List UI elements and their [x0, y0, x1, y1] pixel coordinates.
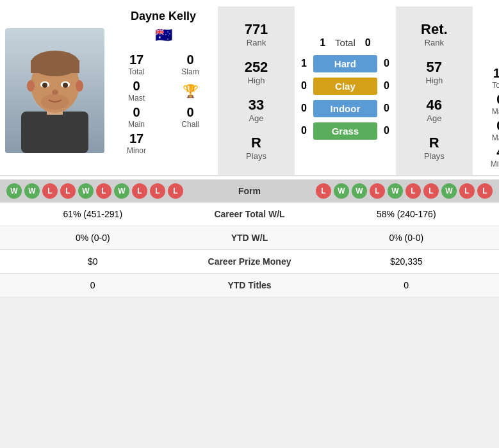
- form-badge: L: [132, 183, 147, 199]
- player1-high-label: High: [245, 76, 268, 85]
- player1-ytd-wl: 0% (0-0): [0, 233, 186, 243]
- player1-total-cell: 17 Total: [112, 53, 161, 76]
- player1-form-badges: WWLLWLWLLL: [6, 183, 199, 199]
- player1-chall-label: Chall: [166, 120, 215, 129]
- form-badge: L: [96, 183, 111, 199]
- player2-rank-stat: Ret. Rank: [421, 21, 448, 47]
- form-badge: W: [6, 183, 22, 199]
- grass-left: 0: [301, 125, 307, 137]
- player2-rank-label: Rank: [421, 38, 448, 47]
- hard-row: 1 Hard 0: [301, 55, 389, 72]
- ytd-titles-label: YTD Titles: [186, 280, 314, 290]
- player2-high-value: 57: [425, 59, 443, 76]
- bottom-section: WWLLWLWLLL Form LWWLWLLWLL 61% (451-291)…: [0, 179, 499, 297]
- form-badge: W: [114, 183, 129, 199]
- top-section: Dayne Kelly 🇦🇺 17 Total 0 Slam 0 Mast 🏆: [0, 0, 499, 176]
- form-badge: L: [60, 183, 76, 199]
- indoor-right: 0: [384, 103, 389, 114]
- player1-prize: $0: [0, 256, 186, 267]
- player1-age-stat: 33 Age: [249, 97, 264, 123]
- player2-total-label: Total: [476, 81, 499, 90]
- player1-photo: [5, 28, 104, 153]
- player2-prize: $20,335: [314, 256, 500, 267]
- form-badge: W: [388, 183, 403, 199]
- player2-total-cell: 12 Total: [476, 66, 499, 90]
- player1-rank-value: 771: [245, 21, 268, 38]
- player2-minor-cell: 4 Minor: [476, 145, 499, 169]
- player1-high-value: 252: [245, 59, 268, 76]
- main-container: Dayne Kelly 🇦🇺 17 Total 0 Slam 0 Mast 🏆: [0, 0, 499, 297]
- player2-plays-stat: R Plays: [424, 135, 445, 161]
- total-row: 1 Total 0: [320, 37, 371, 49]
- player2-info: Vladimir Voltchkov 🇧🇾 12 Total 0 Slam 0 …: [473, 6, 499, 175]
- clay-left: 0: [301, 80, 307, 92]
- form-label: Form: [199, 186, 301, 196]
- player2-ytd-wl: 0% (0-0): [314, 233, 500, 243]
- form-badge: L: [477, 183, 493, 199]
- player2-age-label: Age: [427, 113, 442, 123]
- form-badge: W: [78, 183, 94, 199]
- clay-right: 0: [384, 80, 389, 92]
- player2-plays-label: Plays: [424, 151, 445, 161]
- player2-mid-stats: Ret. Rank 57 High 46 Age R Plays: [396, 6, 473, 175]
- grass-row: 0 Grass 0: [301, 122, 389, 140]
- hard-left: 1: [301, 58, 307, 69]
- player2-mast-cell: 0 Mast: [476, 92, 499, 116]
- player1-ytd-titles: 0: [0, 280, 186, 290]
- svg-point-11: [52, 90, 58, 95]
- player1-main-cell: 0 Main: [112, 105, 161, 129]
- total-right: 0: [365, 37, 371, 49]
- trophy-icon-cell: 🏆: [166, 79, 215, 103]
- player1-info: Dayne Kelly 🇦🇺 17 Total 0 Slam 0 Mast 🏆: [109, 6, 218, 175]
- svg-point-12: [41, 94, 69, 110]
- player1-name: Dayne Kelly: [131, 10, 196, 23]
- player2-total-value: 12: [476, 66, 499, 81]
- player2-high-stat: 57 High: [425, 59, 443, 85]
- career-wl-label: Career Total W/L: [186, 209, 314, 219]
- player2-main-label: Main: [476, 133, 499, 142]
- player1-total-label: Total: [112, 67, 161, 76]
- player2-name: Vladimir Voltchkov: [476, 10, 499, 37]
- indoor-left: 0: [301, 103, 307, 114]
- total-left: 1: [320, 37, 325, 49]
- player1-career-wl: 61% (451-291): [0, 209, 186, 219]
- total-label: Total: [335, 37, 356, 48]
- form-badge: L: [168, 183, 183, 199]
- grass-badge: Grass: [313, 122, 377, 140]
- player2-career-wl: 58% (240-176): [314, 209, 500, 219]
- svg-point-6: [76, 80, 83, 92]
- indoor-row: 0 Indoor 0: [301, 100, 389, 117]
- player1-high-stat: 252 High: [245, 59, 268, 85]
- svg-point-5: [27, 80, 35, 92]
- player2-main-value: 0: [476, 119, 499, 133]
- player1-minor-value: 17: [112, 131, 161, 146]
- player1-chall-value: 0: [166, 105, 215, 120]
- player2-form-badges: LWWLWLLWLL: [301, 183, 493, 199]
- form-badge: L: [316, 183, 331, 199]
- player2-minor-value: 4: [476, 145, 499, 160]
- form-badge: W: [24, 183, 40, 199]
- player2-minor-label: Minor: [476, 160, 499, 169]
- player1-chall-cell: 0 Chall: [166, 105, 215, 129]
- trophy-icon: 🏆: [183, 83, 199, 99]
- player1-mid-stats: 771 Rank 252 High 33 Age R Plays: [218, 6, 295, 175]
- player1-age-value: 33: [249, 97, 264, 113]
- player1-mast-cell: 0 Mast: [112, 79, 161, 103]
- player2-rank-value: Ret.: [421, 21, 448, 38]
- player2-mast-value: 0: [476, 92, 499, 107]
- player1-flag: 🇦🇺: [155, 27, 172, 44]
- form-badge: L: [370, 183, 385, 199]
- grass-right: 0: [384, 125, 389, 137]
- form-badge: W: [334, 183, 349, 199]
- player2-mast-label: Mast: [476, 107, 499, 116]
- center-section: 1 Total 0 1 Hard 0 0 Clay 0 0 Indoor 0 0: [295, 6, 396, 175]
- form-badge: W: [441, 183, 457, 199]
- player1-rank-label: Rank: [245, 38, 268, 47]
- player1-photo-col: [0, 6, 109, 175]
- form-badge: L: [423, 183, 439, 199]
- player1-main-label: Main: [112, 120, 161, 129]
- form-badge: L: [405, 183, 421, 199]
- player2-high-label: High: [425, 76, 443, 85]
- player1-stats-grid: 17 Total 0 Slam 0 Mast 🏆 0 Main: [112, 53, 215, 155]
- player2-main-cell: 0 Main: [476, 119, 499, 142]
